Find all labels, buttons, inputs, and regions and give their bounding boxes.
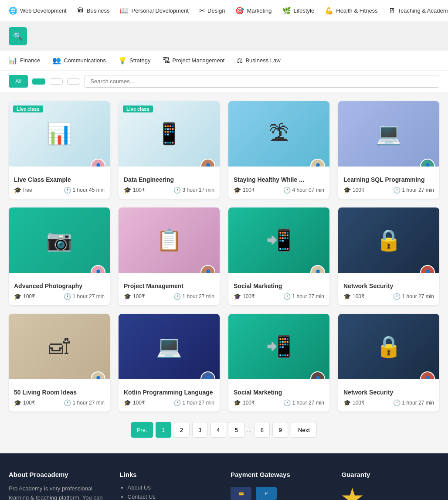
nav-item-health[interactable]: 💪 Health & Fitness: [325, 7, 377, 15]
payment-icon-2: P: [256, 487, 277, 500]
pagination-page-3[interactable]: 3: [192, 422, 208, 438]
nav-item-teaching[interactable]: 🖥 Teaching & Academics: [388, 7, 448, 15]
nav-item-personal-dev[interactable]: 📖 Personal Development: [120, 7, 189, 15]
people-icon: 👥: [52, 56, 61, 65]
course-card-social-marketing[interactable]: 📲 👤 Social Marketing 🎓 100₹ 🕐 1 hour 27 …: [228, 207, 329, 305]
course-card-network-security-2[interactable]: 🔒 👤 Network Security 🎓 100₹ 🕐 1 hour 27 …: [338, 314, 439, 412]
footer-guaranty: Guaranty: [342, 471, 440, 500]
nav-item-marketing[interactable]: 🎯 Marketing: [235, 7, 272, 15]
course-thumb-icon: 📊: [46, 122, 72, 146]
course-title: Kotlin Programming Language: [124, 389, 214, 396]
nav-item-lifestyle[interactable]: 🌿 Lifestyle: [282, 7, 315, 15]
filter-newest-button[interactable]: [50, 78, 63, 85]
course-thumb-icon: 🏝: [268, 122, 289, 146]
subnav-label-business-law: Business Law: [245, 57, 280, 64]
course-meta: 🎓 100₹ 🕐 1 hour 27 min: [343, 293, 434, 300]
course-card-live-class-example[interactable]: Live class 📊 👤 Live Class Example 🎓 free…: [9, 101, 110, 199]
filter-price-button[interactable]: [67, 78, 80, 85]
course-price: 🎓 100₹: [124, 187, 145, 194]
nav-label-personal-dev: Personal Development: [131, 7, 189, 14]
payment-icon-1: 💳: [231, 487, 251, 500]
filter-all-button[interactable]: All: [9, 75, 28, 88]
course-thumbnail: Live class 📊 👤: [9, 101, 110, 167]
course-title: Data Engineering: [124, 176, 214, 183]
nav-item-web-dev[interactable]: 🌐 Web Development: [9, 7, 67, 15]
price-value: 100₹: [133, 187, 145, 193]
subnav-finance[interactable]: 📊 Finance: [9, 56, 40, 65]
leaf-icon: 🌿: [282, 7, 291, 15]
clock-icon: 🕐: [283, 399, 291, 406]
course-body: Project Management 🎓 100₹ 🕐 1 hour 27 mi…: [119, 273, 220, 305]
course-duration: 🕐 1 hour 27 min: [64, 293, 105, 300]
price-icon: 🎓: [234, 187, 241, 194]
pagination-page-5[interactable]: 5: [229, 422, 244, 438]
course-card-advanced-photography[interactable]: 📷 👤 Advanced Photography 🎓 100₹ 🕐 1 hour…: [9, 207, 110, 305]
footer-link-contact[interactable]: Contact Us: [128, 493, 218, 500]
filter-popular-button[interactable]: [32, 78, 45, 85]
course-body: Social Marketing 🎓 100₹ 🕐 1 hour 27 min: [228, 379, 329, 412]
footer-payment-title: Payment Gateways: [231, 471, 329, 478]
course-price: 🎓 100₹: [234, 187, 255, 194]
course-meta: 🎓 100₹ 🕐 1 hour 27 min: [124, 399, 214, 406]
nav-label-lifestyle: Lifestyle: [294, 7, 315, 14]
course-price: 🎓 100₹: [124, 399, 145, 406]
price-value: 100₹: [353, 293, 365, 299]
clock-icon: 🕐: [173, 187, 181, 194]
subnav-strategy[interactable]: 💡 Strategy: [118, 56, 150, 65]
pagination-prev-button[interactable]: Pre.: [131, 422, 153, 438]
course-thumbnail: 📋 👤: [119, 207, 220, 273]
price-icon: 🎓: [124, 187, 131, 194]
avatar-icon: 👤: [424, 376, 431, 379]
footer-about: About Proacademy Pro Academy is very pro…: [9, 471, 107, 500]
course-thumb-icon: 📋: [156, 228, 182, 252]
avatar-icon: 👤: [315, 376, 321, 379]
subnav-label-strategy: Strategy: [129, 57, 150, 64]
course-meta: 🎓 100₹ 🕐 1 hour 27 min: [14, 399, 105, 406]
pagination-page-2[interactable]: 2: [174, 422, 190, 438]
pagination-page-1[interactable]: 1: [156, 422, 171, 438]
filter-search-input[interactable]: [85, 75, 439, 88]
course-grid: Live class 📊 👤 Live Class Example 🎓 free…: [9, 101, 439, 412]
course-card-social-marketing-2[interactable]: 📲 👤 Social Marketing 🎓 100₹ 🕐 1 hour 27 …: [228, 314, 329, 412]
duration-value: 1 hour 27 min: [402, 400, 434, 406]
course-title: Advanced Photography: [14, 282, 105, 289]
search-button[interactable]: 🔍: [9, 27, 27, 45]
course-meta: 🎓 free 🕐 1 hour 45 min: [14, 187, 105, 194]
monitor-icon: 🖥: [388, 7, 395, 15]
course-card-learning-sql[interactable]: 💻 👤 Learning SQL Programming 🎓 100₹ 🕐 1 …: [338, 101, 439, 199]
instructor-avatar: 👤: [200, 159, 215, 167]
live-badge: Live class: [13, 105, 43, 112]
scissors-icon: ✂: [199, 7, 205, 15]
pagination-page-4[interactable]: 4: [210, 422, 226, 438]
pagination-page-8[interactable]: 8: [254, 422, 270, 438]
course-meta: 🎓 100₹ 🕐 1 hour 27 min: [234, 399, 324, 406]
course-thumbnail: Live class 📱 👤: [119, 101, 220, 167]
search-icon: 🔍: [13, 31, 23, 41]
course-title: Live Class Example: [14, 176, 105, 183]
course-card-network-security[interactable]: 🔒 👤 Network Security 🎓 100₹ 🕐 1 hour 27 …: [338, 207, 439, 305]
course-card-staying-healthy[interactable]: 🏝 👤 Staying Healthy While ... 🎓 100₹ 🕐 4…: [228, 101, 329, 199]
subnav-communications[interactable]: 👥 Communications: [52, 56, 106, 65]
course-thumbnail: 🛋 👤: [9, 314, 110, 379]
clock-icon: 🕐: [64, 187, 71, 194]
nav-item-design[interactable]: ✂ Design: [199, 7, 225, 15]
course-title: Staying Healthy While ...: [234, 176, 324, 183]
nav-label-marketing: Marketing: [247, 7, 272, 14]
course-meta: 🎓 100₹ 🕐 1 hour 27 min: [234, 293, 324, 300]
price-value: 100₹: [243, 293, 255, 299]
globe-icon: 🌐: [9, 7, 17, 15]
nav-item-business[interactable]: 🏛 Business: [77, 7, 110, 15]
course-card-kotlin-programming[interactable]: 💻 👤 Kotlin Programming Language 🎓 100₹ 🕐…: [119, 314, 220, 412]
footer-link-about[interactable]: About Us: [128, 484, 218, 491]
pagination-next-button[interactable]: Next: [291, 422, 317, 438]
course-price: 🎓 100₹: [14, 399, 35, 406]
pagination-page-9[interactable]: 9: [272, 422, 288, 438]
course-card-project-management[interactable]: 📋 👤 Project Management 🎓 100₹ 🕐 1 hour 2…: [119, 207, 220, 305]
course-card-50-living-room[interactable]: 🛋 👤 50 Living Room Ideas 🎓 100₹ 🕐 1 hour…: [9, 314, 110, 412]
duration-value: 1 hour 27 min: [292, 400, 324, 406]
subnav-project-mgmt[interactable]: 🏗 Project Management: [163, 57, 225, 65]
subnav-business-law[interactable]: ⚖ Business Law: [237, 56, 280, 65]
course-price: 🎓 100₹: [234, 399, 255, 406]
course-card-data-engineering[interactable]: Live class 📱 👤 Data Engineering 🎓 100₹ 🕐…: [119, 101, 220, 199]
footer-about-description: Pro Academy is very professional learnin…: [9, 484, 107, 500]
